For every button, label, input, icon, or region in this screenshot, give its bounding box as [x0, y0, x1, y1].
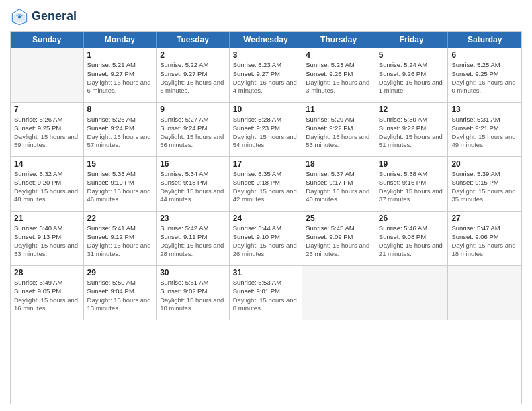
cell-details: Sunrise: 5:26 AMSunset: 9:24 PMDaylight:… [87, 116, 153, 150]
cell-details: Sunrise: 5:28 AMSunset: 9:23 PMDaylight:… [233, 116, 299, 150]
cell-details: Sunrise: 5:47 AMSunset: 9:06 PMDaylight:… [451, 224, 518, 259]
weekday-header-sunday: Sunday [11, 32, 84, 48]
page: General SundayMondayTuesdayWednesdayThur… [0, 0, 532, 411]
weekday-header-saturday: Saturday [448, 32, 521, 48]
calendar-cell-27: 27Sunrise: 5:47 AMSunset: 9:06 PMDayligh… [448, 212, 521, 265]
day-number: 29 [87, 268, 153, 277]
cell-details: Sunrise: 5:34 AMSunset: 9:18 PMDaylight:… [160, 170, 226, 204]
day-number: 31 [233, 268, 299, 277]
cell-details: Sunrise: 5:33 AMSunset: 9:19 PMDaylight:… [87, 170, 153, 204]
calendar-cell-4: 4Sunrise: 5:23 AMSunset: 9:26 PMDaylight… [302, 48, 375, 102]
cell-details: Sunrise: 5:35 AMSunset: 9:18 PMDaylight:… [233, 170, 299, 204]
calendar-cell-6: 6Sunrise: 5:25 AMSunset: 9:25 PMDaylight… [448, 48, 521, 102]
calendar-cell-2: 2Sunrise: 5:22 AMSunset: 9:27 PMDaylight… [157, 48, 230, 102]
day-number: 11 [306, 105, 371, 114]
calendar-cell-5: 5Sunrise: 5:24 AMSunset: 9:26 PMDaylight… [375, 48, 449, 102]
cell-details: Sunrise: 5:26 AMSunset: 9:25 PMDaylight:… [14, 116, 80, 150]
day-number: 21 [14, 214, 80, 223]
cell-details: Sunrise: 5:49 AMSunset: 9:05 PMDaylight:… [14, 279, 80, 313]
cell-details: Sunrise: 5:37 AMSunset: 9:17 PMDaylight:… [306, 170, 371, 204]
day-number: 19 [379, 159, 445, 169]
calendar-cell-empty-4-4 [302, 266, 375, 320]
calendar-cell-30: 30Sunrise: 5:51 AMSunset: 9:02 PMDayligh… [157, 266, 230, 320]
day-number: 17 [233, 159, 299, 169]
calendar-cell-11: 11Sunrise: 5:29 AMSunset: 9:22 PMDayligh… [302, 103, 375, 156]
day-number: 20 [451, 159, 518, 169]
calendar-row-4: 21Sunrise: 5:40 AMSunset: 9:13 PMDayligh… [11, 211, 521, 265]
calendar: SundayMondayTuesdayWednesdayThursdayFrid… [10, 31, 522, 404]
calendar-header: SundayMondayTuesdayWednesdayThursdayFrid… [11, 32, 521, 48]
calendar-cell-1: 1Sunrise: 5:21 AMSunset: 9:27 PMDaylight… [84, 48, 157, 102]
weekday-header-monday: Monday [84, 32, 157, 48]
calendar-cell-26: 26Sunrise: 5:46 AMSunset: 9:08 PMDayligh… [375, 212, 449, 265]
generalblue-logo-icon [10, 7, 29, 26]
day-number: 13 [451, 105, 518, 114]
cell-details: Sunrise: 5:41 AMSunset: 9:12 PMDaylight:… [87, 224, 153, 259]
calendar-cell-28: 28Sunrise: 5:49 AMSunset: 9:05 PMDayligh… [11, 266, 84, 320]
day-number: 24 [233, 214, 299, 223]
calendar-cell-empty-4-6 [448, 266, 521, 320]
calendar-cell-14: 14Sunrise: 5:32 AMSunset: 9:20 PMDayligh… [11, 157, 84, 211]
calendar-row-3: 14Sunrise: 5:32 AMSunset: 9:20 PMDayligh… [11, 156, 521, 211]
cell-details: Sunrise: 5:50 AMSunset: 9:04 PMDaylight:… [87, 279, 153, 313]
day-number: 12 [379, 105, 445, 114]
day-number: 30 [160, 268, 226, 277]
calendar-cell-8: 8Sunrise: 5:26 AMSunset: 9:24 PMDaylight… [84, 103, 157, 156]
calendar-cell-empty-0-0 [11, 48, 84, 102]
calendar-cell-22: 22Sunrise: 5:41 AMSunset: 9:12 PMDayligh… [84, 212, 157, 265]
cell-details: Sunrise: 5:45 AMSunset: 9:09 PMDaylight:… [306, 224, 371, 259]
calendar-cell-23: 23Sunrise: 5:42 AMSunset: 9:11 PMDayligh… [157, 212, 230, 265]
day-number: 7 [14, 105, 80, 114]
day-number: 16 [160, 159, 226, 169]
cell-details: Sunrise: 5:23 AMSunset: 9:26 PMDaylight:… [306, 61, 371, 95]
calendar-cell-21: 21Sunrise: 5:40 AMSunset: 9:13 PMDayligh… [11, 212, 84, 265]
calendar-cell-10: 10Sunrise: 5:28 AMSunset: 9:23 PMDayligh… [230, 103, 303, 156]
cell-details: Sunrise: 5:44 AMSunset: 9:10 PMDaylight:… [233, 224, 299, 259]
cell-details: Sunrise: 5:30 AMSunset: 9:22 PMDaylight:… [379, 116, 445, 150]
day-number: 2 [160, 50, 226, 60]
cell-details: Sunrise: 5:27 AMSunset: 9:24 PMDaylight:… [160, 116, 226, 150]
day-number: 14 [14, 159, 80, 169]
day-number: 18 [306, 159, 371, 169]
calendar-cell-19: 19Sunrise: 5:38 AMSunset: 9:16 PMDayligh… [375, 157, 449, 211]
calendar-row-5: 28Sunrise: 5:49 AMSunset: 9:05 PMDayligh… [11, 265, 521, 320]
weekday-header-tuesday: Tuesday [157, 32, 230, 48]
calendar-cell-15: 15Sunrise: 5:33 AMSunset: 9:19 PMDayligh… [84, 157, 157, 211]
calendar-cell-24: 24Sunrise: 5:44 AMSunset: 9:10 PMDayligh… [230, 212, 303, 265]
svg-point-2 [18, 15, 21, 18]
calendar-cell-18: 18Sunrise: 5:37 AMSunset: 9:17 PMDayligh… [302, 157, 375, 211]
calendar-cell-17: 17Sunrise: 5:35 AMSunset: 9:18 PMDayligh… [230, 157, 303, 211]
calendar-cell-3: 3Sunrise: 5:23 AMSunset: 9:27 PMDaylight… [230, 48, 303, 102]
calendar-row-1: 1Sunrise: 5:21 AMSunset: 9:27 PMDaylight… [11, 48, 521, 102]
cell-details: Sunrise: 5:39 AMSunset: 9:15 PMDaylight:… [451, 170, 518, 204]
calendar-cell-25: 25Sunrise: 5:45 AMSunset: 9:09 PMDayligh… [302, 212, 375, 265]
day-number: 28 [14, 268, 80, 277]
calendar-cell-7: 7Sunrise: 5:26 AMSunset: 9:25 PMDaylight… [11, 103, 84, 156]
calendar-row-2: 7Sunrise: 5:26 AMSunset: 9:25 PMDaylight… [11, 102, 521, 156]
day-number: 10 [233, 105, 299, 114]
cell-details: Sunrise: 5:25 AMSunset: 9:25 PMDaylight:… [451, 61, 518, 95]
calendar-cell-20: 20Sunrise: 5:39 AMSunset: 9:15 PMDayligh… [448, 157, 521, 211]
cell-details: Sunrise: 5:40 AMSunset: 9:13 PMDaylight:… [14, 224, 80, 259]
calendar-cell-empty-4-5 [375, 266, 449, 320]
calendar-cell-9: 9Sunrise: 5:27 AMSunset: 9:24 PMDaylight… [157, 103, 230, 156]
calendar-cell-29: 29Sunrise: 5:50 AMSunset: 9:04 PMDayligh… [84, 266, 157, 320]
calendar-cell-12: 12Sunrise: 5:30 AMSunset: 9:22 PMDayligh… [375, 103, 449, 156]
day-number: 1 [87, 50, 153, 60]
weekday-header-thursday: Thursday [302, 32, 375, 48]
cell-details: Sunrise: 5:53 AMSunset: 9:01 PMDaylight:… [233, 279, 299, 313]
day-number: 26 [379, 214, 445, 223]
weekday-header-friday: Friday [375, 32, 449, 48]
cell-details: Sunrise: 5:31 AMSunset: 9:21 PMDaylight:… [451, 116, 518, 150]
day-number: 15 [87, 159, 153, 169]
calendar-cell-16: 16Sunrise: 5:34 AMSunset: 9:18 PMDayligh… [157, 157, 230, 211]
cell-details: Sunrise: 5:22 AMSunset: 9:27 PMDaylight:… [160, 61, 226, 95]
day-number: 4 [306, 50, 371, 60]
cell-details: Sunrise: 5:38 AMSunset: 9:16 PMDaylight:… [379, 170, 445, 204]
day-number: 27 [451, 214, 518, 223]
cell-details: Sunrise: 5:32 AMSunset: 9:20 PMDaylight:… [14, 170, 80, 204]
logo: General [10, 7, 77, 26]
day-number: 9 [160, 105, 226, 114]
day-number: 22 [87, 214, 153, 223]
header: General [10, 7, 522, 26]
